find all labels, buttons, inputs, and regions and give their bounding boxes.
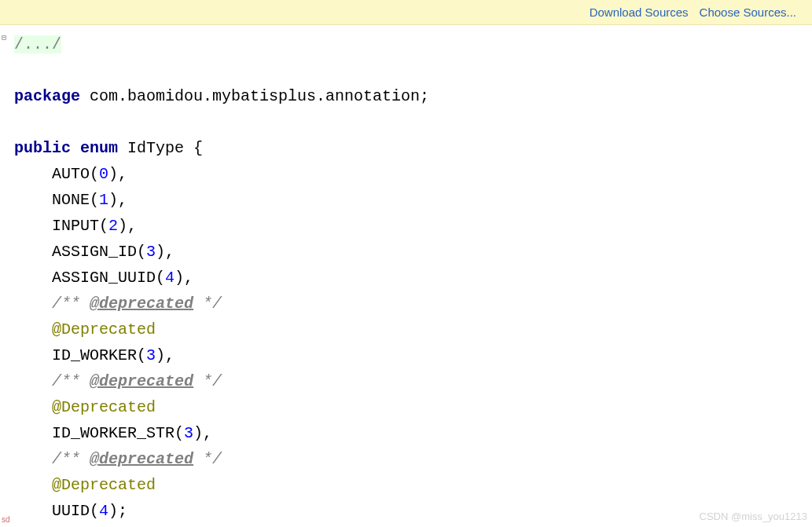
- package-path: com.baomidou.mybatisplus.annotation;: [80, 87, 429, 105]
- class-name: IdType {: [118, 139, 203, 157]
- literal-0: 0: [99, 165, 108, 183]
- javadoc-comment: /**: [52, 295, 90, 313]
- enum-auto: AUTO(: [52, 165, 99, 183]
- folded-comment[interactable]: /.../: [14, 35, 61, 53]
- deprecated-tag: @deprecated: [90, 295, 193, 313]
- download-sources-link[interactable]: Download Sources: [590, 5, 689, 19]
- deprecated-tag: @deprecated: [90, 450, 193, 468]
- literal-3: 3: [184, 424, 193, 442]
- fold-toggle-icon[interactable]: ⊟: [2, 33, 9, 41]
- literal-3: 3: [146, 243, 156, 261]
- literal-4: 4: [99, 502, 108, 520]
- literal-3: 3: [146, 346, 156, 364]
- deprecated-annotation: @Deprecated: [52, 398, 156, 416]
- keyword-public: public: [14, 139, 71, 157]
- literal-1: 1: [99, 191, 108, 209]
- sd-mark: sd: [2, 515, 10, 524]
- javadoc-comment: /**: [52, 372, 90, 390]
- deprecated-annotation: @Deprecated: [52, 320, 156, 339]
- enum-none: NONE(: [52, 191, 99, 209]
- code-editor[interactable]: /.../ package com.baomidou.mybatisplus.a…: [0, 25, 812, 524]
- enum-assign-uuid: ASSIGN_UUID(: [52, 269, 165, 287]
- keyword-package: package: [14, 87, 80, 105]
- deprecated-annotation: @Deprecated: [52, 476, 156, 494]
- literal-4: 4: [165, 269, 175, 287]
- enum-id-worker: ID_WORKER(: [52, 346, 146, 364]
- enum-uuid: UUID(: [52, 502, 99, 520]
- watermark-text: CSDN @miss_you1213: [700, 511, 807, 522]
- choose-sources-link[interactable]: Choose Sources...: [700, 5, 796, 19]
- enum-assign-id: ASSIGN_ID(: [52, 243, 146, 261]
- literal-2: 2: [108, 217, 118, 235]
- enum-input: INPUT(: [52, 217, 108, 235]
- enum-id-worker-str: ID_WORKER_STR(: [52, 424, 184, 442]
- source-banner: Download Sources Choose Sources...: [0, 0, 812, 25]
- deprecated-tag: @deprecated: [90, 372, 193, 390]
- keyword-enum: enum: [80, 139, 118, 157]
- javadoc-comment: /**: [52, 450, 90, 468]
